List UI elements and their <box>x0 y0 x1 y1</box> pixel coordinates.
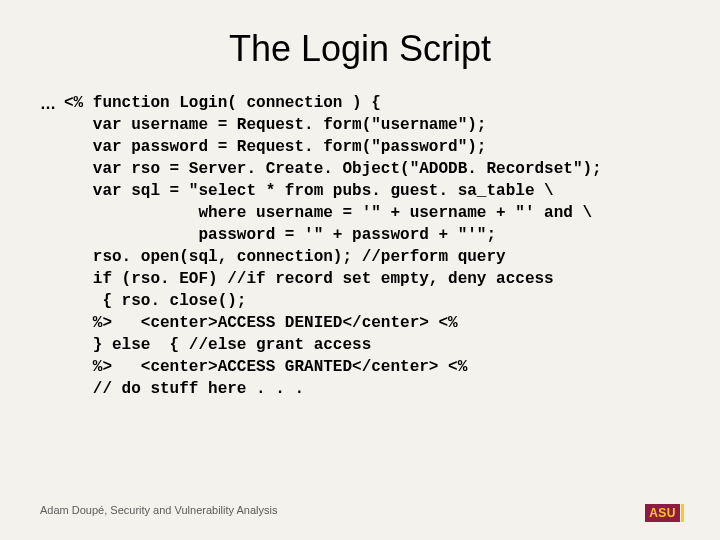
footer-credit: Adam Doupé, Security and Vulnerability A… <box>40 504 277 516</box>
asu-logo-bar <box>681 504 684 522</box>
ellipsis-marker: … <box>40 92 64 115</box>
asu-logo-text: ASU <box>645 504 680 522</box>
slide: The Login Script … <% function Login( co… <box>0 0 720 540</box>
code-block: … <% function Login( connection ) { var … <box>40 92 680 400</box>
code-listing: <% function Login( connection ) { var us… <box>64 92 602 400</box>
slide-title: The Login Script <box>40 28 680 70</box>
asu-logo: ASU <box>645 504 684 522</box>
